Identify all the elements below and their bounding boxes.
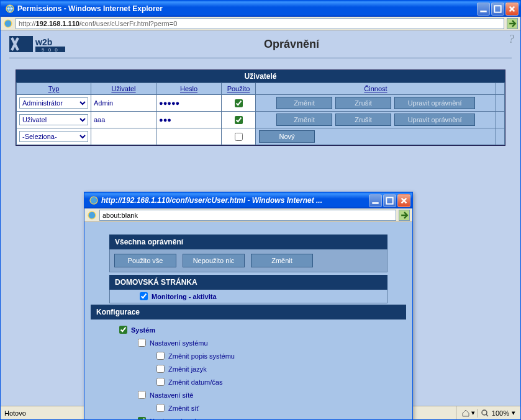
zoom-dropdown-icon[interactable]: ▾ xyxy=(512,409,515,417)
ie-page-icon xyxy=(87,210,97,220)
type-select[interactable]: Uživatel xyxy=(19,114,88,125)
password-cell[interactable]: ●●● xyxy=(159,116,171,123)
address-input[interactable]: http://192.168.1.110/conf/user/cUserFr.h… xyxy=(16,18,504,29)
tree-label: Nastavení systému xyxy=(150,339,208,347)
type-select[interactable]: Administrátor xyxy=(19,97,88,109)
new-button[interactable]: Nový xyxy=(259,130,315,143)
tree-label: Změnit popis systému xyxy=(168,352,235,360)
url-prefix: http:// xyxy=(19,20,36,27)
change-button[interactable]: Změnit xyxy=(276,97,332,109)
svg-rect-2 xyxy=(480,11,486,12)
perm-tree: Systém Nastavení systému Změnit popis sy… xyxy=(91,319,406,419)
popup-go-button[interactable] xyxy=(399,210,410,221)
change-button[interactable]: Změnit xyxy=(276,114,332,126)
page-title: Oprávnění xyxy=(71,38,512,51)
page-header: w2b5 0 0 Oprávnění ? xyxy=(1,30,520,54)
used-checkbox[interactable] xyxy=(235,133,243,141)
tree-checkbox[interactable] xyxy=(156,404,165,412)
user-cell[interactable]: Admin xyxy=(94,99,113,107)
all-perm-head: Všechna oprávnění xyxy=(109,235,387,249)
tree-label: Systém xyxy=(131,326,155,334)
popup-body: Všechna oprávnění Použito vše Nepoužito … xyxy=(84,222,412,419)
edit-perm-button[interactable]: Upravit oprávnění xyxy=(394,97,475,109)
tree-checkbox[interactable] xyxy=(138,417,146,419)
config-section-head: Konfigurace xyxy=(91,305,406,319)
popup-window-title: http://192.168.1.110/conf/user/cUser.htm… xyxy=(101,196,368,205)
users-section: Uživatelé Typ Uživatel Heslo Použito Čin… xyxy=(16,69,505,146)
tree-label: Změnit jazyk xyxy=(168,365,207,373)
tree-label: Změnit datum/čas xyxy=(168,378,222,386)
popup-address-input[interactable]: about:blank xyxy=(99,210,396,221)
col-password[interactable]: Heslo xyxy=(156,83,222,95)
home-section-head: DOMOVSKÁ STRÁNKA xyxy=(109,275,387,290)
url-rest: /conf/user/cUserFr.html?perm=0 xyxy=(79,20,177,27)
help-icon[interactable]: ? xyxy=(509,33,514,46)
type-select[interactable]: -Seleziona- xyxy=(19,131,88,142)
go-button[interactable] xyxy=(507,18,518,29)
home-item-label: Monitoring - aktivita xyxy=(152,293,217,300)
home-item-row: Monitoring - aktivita xyxy=(109,290,387,303)
col-used[interactable]: Použito xyxy=(222,83,256,95)
tree-checkbox[interactable] xyxy=(156,365,165,373)
url-host: 192.168.1.110 xyxy=(36,20,79,27)
edit-perm-button[interactable]: Upravit oprávnění xyxy=(394,114,475,126)
used-checkbox[interactable] xyxy=(235,116,243,124)
tree-checkbox[interactable] xyxy=(156,352,165,360)
table-row: Administrátor Admin ●●●●● Změnit Zrušit … xyxy=(17,95,505,112)
ie-icon xyxy=(89,195,99,205)
table-header-row: Typ Uživatel Heslo Použito Činnost xyxy=(17,83,505,95)
col-action[interactable]: Činnost xyxy=(256,83,496,95)
main-titlebar: Permissions - Windows Internet Explorer xyxy=(1,1,520,17)
svg-rect-14 xyxy=(386,197,392,203)
svg-rect-13 xyxy=(372,202,378,204)
popup-maximize-button[interactable] xyxy=(383,194,396,207)
maximize-button[interactable] xyxy=(491,2,504,16)
popup-titlebar: http://192.168.1.110/conf/user/cUser.htm… xyxy=(84,192,412,208)
popup-window: http://192.168.1.110/conf/user/cUser.htm… xyxy=(84,192,413,419)
page-body: w2b5 0 0 Oprávnění ? Uživatelé Typ Uživa… xyxy=(1,30,520,419)
magnifier-icon[interactable] xyxy=(481,409,489,418)
main-ie-window: Permissions - Windows Internet Explorer … xyxy=(0,0,521,420)
ie-page-icon xyxy=(3,19,13,29)
users-section-title: Uživatelé xyxy=(16,70,505,83)
use-all-button[interactable]: Použito vše xyxy=(114,254,176,267)
tree-label: Nastavení nodemu xyxy=(150,418,211,420)
home-item-checkbox[interactable] xyxy=(140,292,148,300)
perm-change-button[interactable]: Změnit xyxy=(251,254,313,267)
tree-checkbox[interactable] xyxy=(138,391,146,399)
header-divider xyxy=(9,58,512,58)
tree-label: Změnit síť xyxy=(168,404,199,412)
used-checkbox[interactable] xyxy=(235,99,243,107)
tree-checkbox[interactable] xyxy=(119,326,127,334)
col-spacer xyxy=(496,83,505,95)
ie-icon xyxy=(5,4,15,14)
popup-minimize-button[interactable] xyxy=(369,194,382,207)
password-cell[interactable]: ●●●●● xyxy=(159,99,179,107)
users-table: Typ Uživatel Heslo Použito Činnost Admin… xyxy=(16,83,505,145)
minimize-button[interactable] xyxy=(477,2,490,16)
svg-rect-3 xyxy=(494,6,501,12)
address-bar: http://192.168.1.110/conf/user/cUserFr.h… xyxy=(1,17,520,30)
table-row: Uživatel aaa ●●● Změnit Zrušit Upravit o… xyxy=(17,112,505,128)
cancel-button[interactable]: Zrušit xyxy=(335,97,391,109)
logo: w2b5 0 0 xyxy=(9,34,71,54)
status-tools: ▾ 100% ▾ xyxy=(456,406,520,419)
tree-checkbox[interactable] xyxy=(138,339,146,347)
content-viewport: w2b5 0 0 Oprávnění ? Uživatelé Typ Uživa… xyxy=(1,30,520,419)
use-none-button[interactable]: Nepoužito nic xyxy=(183,254,245,267)
table-row: -Seleziona- Nový xyxy=(17,128,505,145)
tree-checkbox[interactable] xyxy=(156,378,165,386)
perm-button-row: Použito vše Nepoužito nic Změnit xyxy=(109,249,387,272)
svg-text:5 0 0: 5 0 0 xyxy=(42,47,59,53)
popup-address-bar: about:blank xyxy=(84,208,412,222)
home-dropdown-icon[interactable]: ▾ xyxy=(461,409,475,418)
cancel-button[interactable]: Zrušit xyxy=(335,114,391,126)
main-window-title: Permissions - Windows Internet Explorer xyxy=(17,4,476,13)
svg-point-10 xyxy=(482,410,487,415)
popup-close-button[interactable] xyxy=(397,194,410,207)
user-cell[interactable]: aaa xyxy=(94,116,105,123)
col-user[interactable]: Uživatel xyxy=(91,83,156,95)
close-button[interactable] xyxy=(505,2,519,16)
zoom-level[interactable]: 100% xyxy=(492,409,509,417)
col-type[interactable]: Typ xyxy=(17,83,91,95)
